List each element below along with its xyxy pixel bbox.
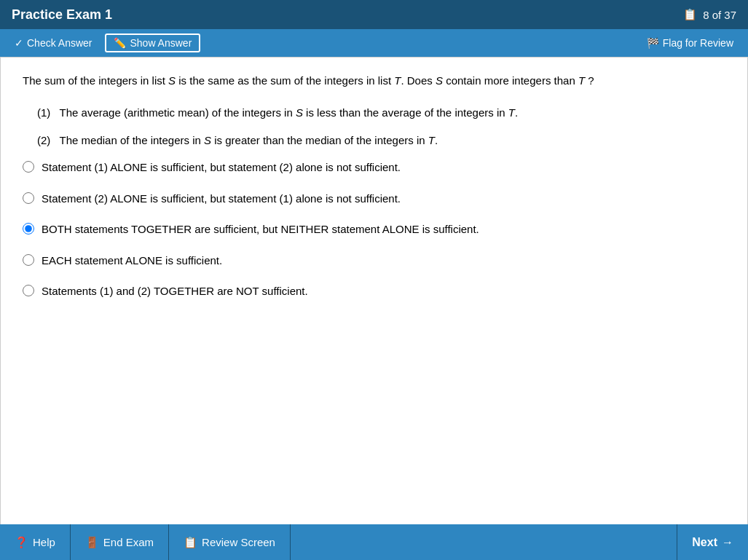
end-exam-button[interactable]: 🚪 End Exam <box>71 524 169 560</box>
show-answer-label: Show Answer <box>130 37 192 49</box>
radio-e[interactable] <box>23 285 34 296</box>
toolbar: ✓ Check Answer ✏️ Show Answer 🏁 Flag for… <box>0 29 748 57</box>
statement-1: (1) The average (arithmetic mean) of the… <box>37 104 725 122</box>
radio-c[interactable] <box>23 223 34 234</box>
review-screen-button[interactable]: 📋 Review Screen <box>169 524 291 560</box>
progress-text: 8 of 37 <box>703 9 736 21</box>
footer: ❓ Help 🚪 End Exam 📋 Review Screen Next → <box>0 524 748 560</box>
check-icon: ✓ <box>15 37 23 49</box>
toolbar-left: ✓ Check Answer ✏️ Show Answer <box>9 33 200 52</box>
exam-title: Practice Exam 1 <box>12 7 112 23</box>
option-a-label[interactable]: Statement (1) ALONE is sufficient, but s… <box>42 159 401 176</box>
pencil-icon: ✏️ <box>114 37 126 49</box>
statement-1-text: The average (arithmetic mean) of the int… <box>60 106 519 119</box>
option-e[interactable]: Statements (1) and (2) TOGETHER are NOT … <box>23 283 725 300</box>
check-answer-label: Check Answer <box>27 37 92 49</box>
help-button[interactable]: ❓ Help <box>0 524 71 560</box>
radio-d[interactable] <box>23 254 34 266</box>
option-a[interactable]: Statement (1) ALONE is sufficient, but s… <box>23 159 725 176</box>
radio-b[interactable] <box>23 192 34 204</box>
options-list: Statement (1) ALONE is sufficient, but s… <box>23 159 725 300</box>
option-d[interactable]: EACH statement ALONE is sufficient. <box>23 253 725 269</box>
end-exam-icon: 🚪 <box>85 536 99 549</box>
review-icon: 📋 <box>184 536 197 549</box>
next-button[interactable]: Next → <box>677 524 748 560</box>
end-exam-label: End Exam <box>103 536 154 548</box>
option-b-label[interactable]: Statement (2) ALONE is sufficient, but s… <box>42 191 401 208</box>
progress-icon: 📋 <box>683 8 697 21</box>
statement-2: (2) The median of the integers in S is g… <box>37 132 725 149</box>
help-icon: ❓ <box>15 536 28 549</box>
show-answer-button[interactable]: ✏️ Show Answer <box>105 33 200 52</box>
statement-2-number: (2) <box>37 134 60 146</box>
statement-1-number: (1) <box>37 106 60 119</box>
statement-2-text: The median of the integers in S is great… <box>60 134 438 146</box>
question-area: The sum of the integers in list S is the… <box>0 57 748 552</box>
header: Practice Exam 1 📋 8 of 37 <box>0 0 748 29</box>
question-text: The sum of the integers in list S is the… <box>23 72 725 90</box>
option-c[interactable]: BOTH statements TOGETHER are sufficient,… <box>23 221 725 238</box>
next-arrow-icon: → <box>722 536 733 549</box>
review-screen-label: Review Screen <box>202 536 275 548</box>
check-answer-button[interactable]: ✓ Check Answer <box>9 34 98 52</box>
radio-a[interactable] <box>23 161 34 173</box>
flag-icon: 🏁 <box>647 37 659 49</box>
option-e-label[interactable]: Statements (1) and (2) TOGETHER are NOT … <box>42 283 308 300</box>
flag-review-label: Flag for Review <box>663 37 733 49</box>
option-c-label[interactable]: BOTH statements TOGETHER are sufficient,… <box>42 221 479 238</box>
option-d-label[interactable]: EACH statement ALONE is sufficient. <box>42 253 222 269</box>
help-label: Help <box>33 536 55 548</box>
next-label: Next <box>692 536 717 549</box>
flag-review-button[interactable]: 🏁 Flag for Review <box>641 34 739 52</box>
option-b[interactable]: Statement (2) ALONE is sufficient, but s… <box>23 191 725 208</box>
progress-indicator: 📋 8 of 37 <box>683 8 736 21</box>
